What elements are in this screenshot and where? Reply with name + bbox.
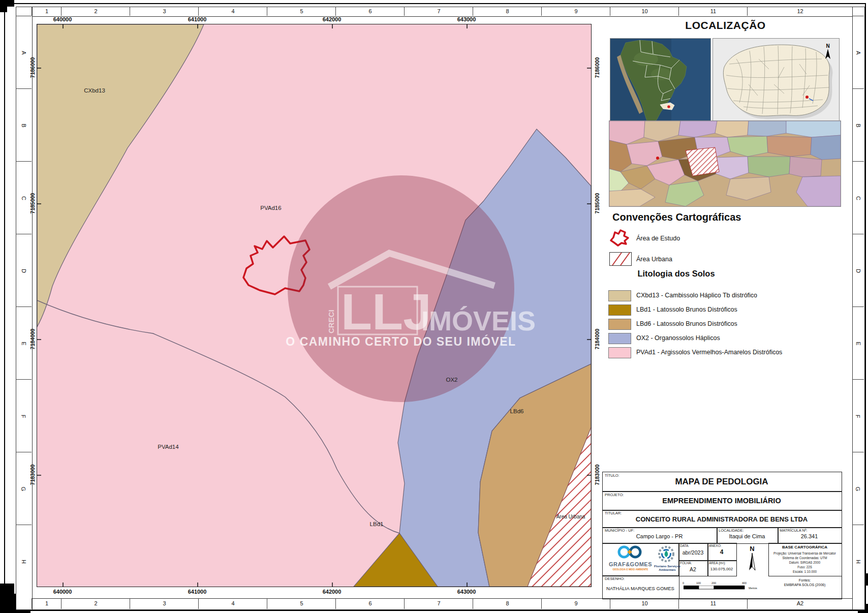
ref-letter: D: [20, 269, 26, 273]
grid-ref-left-f: F: [16, 379, 32, 452]
area-label: ÁREA (m²):: [709, 561, 726, 565]
coord-right-7185000: 7185000: [594, 182, 601, 225]
scalebar-tick-200: 200: [711, 581, 716, 585]
watermark-tagline-text: O CAMINHO CERTO DO SEU IMÓVEL: [286, 334, 516, 348]
coord-left-7186000: 7186000: [29, 46, 37, 89]
matricula-label: MATRÍCULA Nº:: [780, 528, 808, 533]
fontes-value: EMBRAPA SOLOS (2006): [768, 583, 841, 587]
grid-ref-right-d: D: [852, 234, 864, 307]
fontes-label: Fontes:: [768, 578, 841, 582]
grid-ref-top-12: 12: [747, 7, 853, 16]
inset-map-regional-pedology: [609, 120, 841, 207]
grid-ref-right-f: F: [852, 379, 864, 452]
desenho-value: NATHÁLIA MARQUES GOMES: [602, 586, 678, 591]
folha-label: FOLHA:: [680, 561, 692, 565]
ref-letter: C: [20, 196, 26, 200]
grid-ref-top-11: 11: [678, 7, 748, 16]
titular-value: CONCEITO RURAL ADMINISTRADORA DE BENS LT…: [602, 515, 841, 523]
ref-letter: H: [855, 560, 861, 564]
coord-bottom-640000: 640000: [41, 589, 84, 595]
ref-letter: G: [855, 486, 861, 491]
grid-ref-top-1: 1: [32, 7, 61, 16]
grid-ref-right-b: B: [852, 88, 864, 162]
ref-letter: B: [21, 124, 27, 127]
grid-ref-right-a: A: [852, 16, 864, 89]
ref-letter: F: [855, 414, 861, 418]
coord-right-7184000: 7184000: [594, 318, 601, 360]
coord-top-641000: 641000: [176, 16, 219, 22]
grid-ref-bottom-7: 7: [404, 598, 473, 609]
matricula-value: 26.341: [778, 533, 841, 539]
watermark-creci-text: CRECI: [327, 310, 335, 333]
watermark-brand-text: LLJ: [341, 283, 431, 340]
grid-ref-left-b: B: [16, 88, 32, 162]
grid-ref-right-h: H: [852, 525, 864, 598]
titular-label: TITULAR:: [605, 511, 622, 515]
grid-ref-bottom-3: 3: [130, 598, 199, 609]
coord-bottom-641000: 641000: [176, 589, 219, 595]
grid-ref-top-9: 9: [541, 7, 610, 16]
grid-ref-bottom-4: 4: [198, 598, 267, 609]
coord-top-640000: 640000: [41, 16, 84, 22]
grid-ref-bottom-5: 5: [267, 598, 336, 609]
coord-bottom-643000: 643000: [445, 589, 488, 595]
map-label-lbd6: LBd6: [510, 408, 524, 414]
grid-ref-left-h: H: [16, 525, 32, 598]
ref-letter: G: [21, 486, 27, 491]
scalebar-unit: Metros: [749, 587, 757, 590]
anexo-label: ANEXO:: [709, 544, 722, 547]
coord-right-7186000: 7186000: [594, 46, 601, 89]
grid-ref-bottom-2: 2: [61, 598, 130, 609]
grid-ref-bottom-6: 6: [335, 598, 405, 609]
base-datum-line: Datum: SIRGAS 2000: [768, 560, 841, 565]
grid-ref-bottom-10: 10: [610, 598, 679, 609]
base-fuso-line: Fuso: 22S: [768, 565, 841, 569]
grid-ref-bottom-1: 1: [32, 598, 61, 609]
grid-ref-left-d: D: [16, 234, 32, 307]
coord-top-643000: 643000: [445, 16, 488, 22]
grid-ref-top-10: 10: [610, 7, 679, 16]
legend-swatch-cxbd13: [608, 290, 631, 301]
grid-ref-top-2: 2: [61, 7, 130, 16]
legend-swatch-ox2: [608, 333, 631, 344]
coord-left-7184000: 7184000: [29, 318, 37, 360]
map-label-ox2: OX2: [446, 377, 457, 383]
grid-ref-right-g: G: [852, 452, 864, 525]
parana-state-shape: [723, 45, 829, 116]
pedology-map-canvas: LLJ IMÓVEIS CRECI O CAMINHO CERTO DO SEU…: [37, 24, 592, 587]
grid-ref-right-e: E: [852, 306, 864, 380]
legend-swatch-lbd1: [608, 304, 631, 316]
grid-ref-right-c: C: [852, 161, 864, 234]
site-marker-parana: [805, 96, 809, 99]
grid-ref-bottom-9: 9: [541, 598, 610, 609]
legend-item-lbd6: LBd6 - Latossolo Brunos Distróficos: [636, 320, 737, 327]
municipio-label: MUNICÍPIO - UF:: [605, 528, 634, 533]
grid-ref-bottom-a2: A2: [747, 598, 853, 609]
legend-item-pvad1: PVAd1 - Argissolos Vermelhos-Amarelos Di…: [636, 349, 782, 356]
scalebar-tick-100: 100: [696, 581, 701, 585]
inset-map-brazil: [610, 38, 711, 121]
north-arrow-label: N: [736, 545, 768, 553]
grid-ref-top-5: 5: [267, 7, 336, 16]
legend-swatch-lbd6: [608, 319, 631, 330]
svg-text:N: N: [826, 43, 829, 49]
localizacao-title: LOCALIZAÇÃO: [610, 19, 841, 32]
site-marker-regional: [656, 157, 659, 160]
map-label-cxbd13: CXbd13: [84, 87, 105, 94]
grafgomes-logo-icon: [615, 545, 645, 560]
watermark-word-text: IMÓVEIS: [421, 305, 536, 336]
ref-letter: B: [855, 124, 861, 127]
lithology-title: Litologia dos Solos: [609, 269, 743, 279]
inset-north-arrow: N: [825, 43, 830, 59]
data-value: abr/2023: [678, 549, 707, 556]
legend-swatch-pvad1: [608, 347, 631, 358]
coord-left-7185000: 7185000: [29, 182, 37, 225]
base-cartografica-title: BASE CARTOGRÁFICA: [768, 545, 841, 549]
conventions-title: Convenções Cartográficas: [612, 211, 741, 223]
ref-letter: H: [20, 560, 26, 564]
ref-letter: E: [21, 342, 27, 345]
base-proj-line: Projeção: Universal Transversa de Mercat…: [768, 551, 841, 556]
map-title: MAPA DE PEDOLOGIA: [602, 477, 841, 487]
scale-bar: [684, 586, 748, 590]
anexo-value: 4: [707, 548, 736, 556]
